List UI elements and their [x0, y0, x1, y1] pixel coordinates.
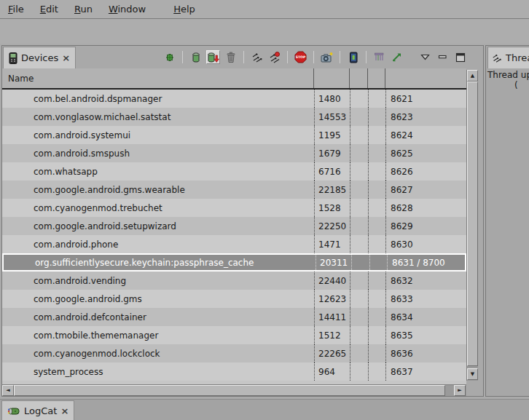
process-name: com.android.phone	[2, 235, 314, 253]
process-name: com.cyanogenmod.lockclock	[2, 344, 314, 362]
start-method-profiling-icon[interactable]	[267, 50, 281, 64]
process-name: com.cyanogenmod.trebuchet	[2, 199, 314, 217]
empty-cell	[350, 181, 368, 199]
threads-tabbar: Threads	[486, 46, 529, 68]
process-pid: 1195	[314, 126, 350, 144]
menu-window[interactable]: Window	[101, 1, 154, 17]
table-row[interactable]: com.cyanogenmod.trebuchet15288628	[2, 199, 466, 217]
sysinfo-icon[interactable]	[390, 50, 404, 64]
empty-cell	[350, 235, 368, 253]
horizontal-scrollbar-thumb[interactable]	[14, 385, 445, 396]
process-name: com.tmobile.thememanager	[2, 326, 314, 344]
scroll-down-button[interactable]: ▼	[467, 368, 478, 380]
tab-threads[interactable]: Threads	[487, 47, 529, 68]
devices-view: Devices ×	[1, 45, 484, 397]
tab-devices-label: Devices	[21, 52, 58, 63]
dump-view-hierarchy-icon[interactable]	[372, 50, 386, 64]
table-row[interactable]: com.google.android.gms126238633	[2, 290, 466, 308]
column-header-name[interactable]: Name	[2, 68, 314, 88]
empty-toolbar-strip	[0, 20, 529, 44]
empty-cell	[350, 199, 368, 217]
capture-device-view-icon[interactable]	[346, 50, 360, 64]
column-header-pid[interactable]	[314, 68, 350, 88]
scroll-up-button[interactable]: ▲	[467, 70, 478, 82]
process-pid: 1512	[314, 326, 350, 344]
tab-devices[interactable]: Devices ×	[3, 47, 76, 68]
toolbar-separator	[340, 51, 340, 63]
threads-message-line2: (	[487, 80, 529, 90]
scroll-left-button[interactable]: ◄	[2, 385, 14, 396]
process-pid: 6716	[314, 162, 350, 181]
maximize-icon[interactable]	[453, 50, 467, 64]
process-pid: 1679	[314, 144, 350, 162]
scroll-right-button[interactable]: ►	[454, 385, 466, 396]
threads-view: Threads Thread up (	[485, 45, 529, 397]
empty-cell	[368, 362, 385, 381]
tab-logcat-label: LogCat	[24, 405, 57, 416]
menu-edit[interactable]: Edit	[32, 1, 66, 17]
empty-cell	[350, 326, 368, 344]
empty-cell	[350, 272, 368, 290]
vertical-scrollbar-thumb[interactable]	[467, 82, 478, 366]
table-row[interactable]: com.android.systemui11958624	[2, 126, 466, 144]
threads-message: Thread up (	[487, 70, 529, 90]
process-port: 8625	[385, 144, 466, 162]
empty-cell	[368, 326, 385, 344]
process-port: 8629	[385, 217, 466, 235]
empty-cell	[368, 126, 385, 144]
debug-process-icon[interactable]	[162, 50, 176, 64]
process-name: com.android.defcontainer	[2, 308, 314, 326]
horizontal-scrollbar[interactable]: ◄ ►	[2, 384, 466, 396]
update-heap-icon[interactable]	[189, 50, 203, 64]
table-row[interactable]: com.vonglasow.michael.satstat145538623	[2, 108, 466, 126]
process-port: 8621	[385, 90, 466, 108]
process-port: 8627	[385, 181, 466, 199]
menu-file[interactable]: File	[0, 1, 32, 17]
table-row[interactable]: com.android.smspush16798625	[2, 144, 466, 162]
table-row-selected[interactable]: org.sufficientlysecure.keychain:passphra…	[2, 253, 466, 272]
minimize-icon[interactable]	[436, 50, 450, 64]
menu-run[interactable]: Run	[66, 1, 101, 17]
close-icon[interactable]: ×	[60, 406, 68, 416]
process-name: com.android.systemui	[2, 126, 314, 144]
empty-cell	[350, 362, 368, 381]
column-header-blank[interactable]	[368, 68, 385, 88]
empty-cell	[368, 144, 385, 162]
dump-hprof-icon[interactable]	[206, 50, 220, 64]
table-row[interactable]: com.whatsapp67168626	[2, 162, 466, 181]
column-header-port[interactable]	[385, 68, 466, 88]
table-row[interactable]: com.tmobile.thememanager15128635	[2, 326, 466, 344]
process-name: com.bel.android.dspmanager	[2, 90, 314, 108]
threads-icon	[492, 53, 502, 63]
table-row[interactable]: com.bel.android.dspmanager14808621	[2, 90, 466, 108]
cause-gc-icon[interactable]	[224, 50, 238, 64]
table-row[interactable]: com.cyanogenmod.lockclock222658636	[2, 344, 466, 362]
table-row[interactable]: com.android.vending224408632	[2, 272, 466, 290]
screen-capture-icon[interactable]	[320, 50, 334, 64]
view-menu-icon[interactable]	[418, 50, 432, 64]
table-row[interactable]: system_process9648637	[2, 362, 466, 381]
process-port: 8631 / 8700	[387, 255, 465, 270]
empty-cell	[368, 308, 385, 326]
table-row[interactable]: com.android.phone14718630	[2, 235, 466, 253]
process-pid: 22265	[314, 344, 350, 362]
empty-cell	[368, 199, 385, 217]
table-row[interactable]: com.android.defcontainer144118634	[2, 308, 466, 326]
table-row[interactable]: com.google.android.setupwizard222508629	[2, 217, 466, 235]
tab-logcat[interactable]: LogCat ×	[1, 400, 74, 420]
stop-process-icon[interactable]: STOP	[294, 50, 307, 64]
process-port: 8624	[385, 126, 466, 144]
update-threads-icon[interactable]	[250, 50, 264, 64]
vertical-scrollbar[interactable]: ▲ ▼	[466, 70, 478, 381]
menu-help[interactable]: Help	[165, 1, 203, 17]
toolbar-separator	[366, 51, 367, 63]
close-icon[interactable]: ×	[62, 53, 70, 63]
process-port: 8630	[385, 235, 466, 253]
menu-bar: File Edit Run Window Help	[0, 0, 529, 19]
empty-cell	[368, 344, 385, 362]
table-row[interactable]: com.google.android.gms.wearable221858627	[2, 181, 466, 199]
toolbar-separator	[243, 51, 244, 63]
process-port: 8633	[385, 290, 466, 308]
process-pid: 22250	[314, 217, 350, 235]
column-header-blank[interactable]	[350, 68, 368, 88]
